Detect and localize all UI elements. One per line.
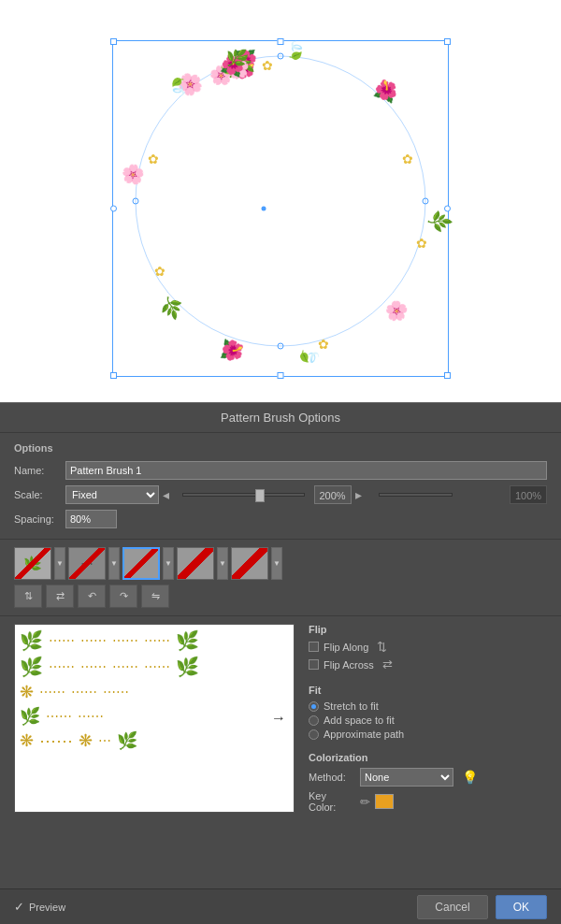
svg-text:🌿: 🌿 bbox=[157, 293, 186, 322]
key-color-label: Key Color: bbox=[309, 790, 355, 813]
wreath-container: 🌸 🍃 🌺 🌿 🌸 🍃 🌺 🌿 🌸 🍃 🌺 🌿 🌸 🍃 🌺 🌿 🌸 bbox=[103, 23, 458, 379]
approx-path-row: Approximate path bbox=[309, 729, 547, 740]
wreath-image: 🌸 🍃 🌺 🌿 🌸 🍃 🌺 🌿 🌸 🍃 🌺 🌿 🌸 🍃 🌺 🌿 🌸 bbox=[103, 23, 458, 379]
svg-text:🍃: 🍃 bbox=[299, 346, 320, 368]
cancel-button[interactable]: Cancel bbox=[417, 895, 487, 919]
tile-inner-corner[interactable] bbox=[177, 547, 214, 580]
brush-tiles-section: 🌿 ▼ ⋯ ▼ bbox=[0, 540, 561, 616]
scale-slider2-track[interactable] bbox=[379, 493, 453, 497]
add-space-label: Add space to fit bbox=[324, 715, 395, 726]
preview-checkmark: ✓ bbox=[14, 900, 24, 914]
colorization-title: Colorization bbox=[309, 752, 547, 763]
preview-check: ✓ Preview bbox=[14, 900, 65, 914]
rotate-ccw-icon[interactable]: ↷ bbox=[109, 585, 137, 608]
tile-side-tile[interactable]: 🌿 bbox=[14, 547, 51, 580]
tile4-dropdown[interactable]: ▼ bbox=[217, 547, 228, 580]
scale-pct-value: 200% bbox=[314, 485, 352, 504]
name-label: Name: bbox=[14, 465, 65, 476]
flip-v-icon[interactable]: ⇄ bbox=[46, 585, 74, 608]
preview-row-1: 🌿 ⋯⋯ ⋯⋯ ⋯⋯ ⋯⋯ 🌿 bbox=[20, 629, 289, 652]
scale-left-arrow-icon: ◂ bbox=[163, 487, 169, 502]
stretch-to-fit-label: Stretch to fit bbox=[324, 700, 379, 712]
svg-text:🌿: 🌿 bbox=[424, 207, 454, 237]
icon-tiles-row: ⇅ ⇄ ↶ ↷ ⇋ bbox=[14, 585, 547, 608]
svg-text:✿: ✿ bbox=[154, 264, 165, 279]
name-row: Name: bbox=[14, 461, 547, 480]
stretch-to-fit-row: Stretch to fit bbox=[309, 700, 547, 712]
flip-across-checkbox[interactable] bbox=[309, 659, 319, 670]
add-space-row: Add space to fit bbox=[309, 715, 547, 726]
flip-along-checkbox[interactable] bbox=[309, 642, 319, 652]
tile2-dropdown[interactable]: ▼ bbox=[108, 547, 120, 580]
method-select[interactable]: None Tints Tints and Shades Hue Shift bbox=[360, 768, 453, 787]
lightbulb-icon: 💡 bbox=[462, 770, 478, 785]
preview-row-2: 🌿 ⋯⋯ ⋯⋯ ⋯⋯ ⋯⋯ 🌿 bbox=[20, 656, 289, 678]
flip-across-icon: ⇄ bbox=[382, 657, 393, 671]
svg-text:✿: ✿ bbox=[262, 58, 273, 73]
method-label: Method: bbox=[309, 772, 355, 783]
colorization-section: Colorization Method: None Tints Tints an… bbox=[309, 752, 547, 813]
scale-slider2[interactable] bbox=[375, 493, 505, 497]
dialog-title: Pattern Brush Options bbox=[0, 403, 561, 433]
scale-slider[interactable] bbox=[179, 493, 309, 497]
method-row: Method: None Tints Tints and Shades Hue … bbox=[309, 768, 547, 787]
flip-h-icon[interactable]: ⇅ bbox=[14, 585, 42, 608]
svg-text:🌺: 🌺 bbox=[371, 76, 402, 106]
eyedropper-icon[interactable]: ✏ bbox=[360, 795, 370, 809]
fit-section-title: Fit bbox=[309, 685, 547, 696]
preview-arrow-icon: → bbox=[271, 710, 286, 727]
right-panel: Flip Flip Along ⇅ Flip Across ⇄ Fit bbox=[304, 616, 561, 820]
scale-slider-track[interactable] bbox=[182, 493, 305, 497]
flip-across-label: Flip Across bbox=[324, 659, 374, 671]
tile3-dropdown[interactable]: ▼ bbox=[163, 547, 174, 580]
dialog-body: Options Name: Scale: Fixed ◂ 200% bbox=[0, 433, 561, 820]
preview-row-4: 🌿 ⋯⋯ ⋯⋯ bbox=[20, 706, 289, 727]
tile-start-tile[interactable] bbox=[231, 547, 268, 580]
svg-text:✿: ✿ bbox=[318, 337, 329, 352]
flip-across-row: Flip Across ⇄ bbox=[309, 657, 547, 671]
fit-section: Fit Stretch to fit Add space to fit Appr… bbox=[309, 685, 547, 743]
stretch-to-fit-radio[interactable] bbox=[309, 701, 319, 712]
scale-label: Scale: bbox=[14, 489, 65, 500]
flip-section-title: Flip bbox=[309, 624, 547, 635]
svg-text:✿: ✿ bbox=[402, 152, 413, 166]
tile1-dropdown[interactable]: ▼ bbox=[54, 547, 65, 580]
preview-row-3: ❋ ⋯⋯ ⋯⋯ ⋯⋯ bbox=[20, 682, 289, 702]
svg-text:🍃: 🍃 bbox=[285, 40, 307, 61]
key-color-row: Key Color: ✏ bbox=[309, 790, 547, 813]
name-input[interactable] bbox=[65, 461, 547, 480]
svg-text:🌸: 🌸 bbox=[118, 159, 150, 190]
flip-along-icon: ⇅ bbox=[377, 640, 387, 654]
approx-path-radio[interactable] bbox=[309, 729, 319, 740]
scale-row: Scale: Fixed ◂ 200% ▸ 100% bbox=[14, 485, 547, 504]
pattern-brush-options-dialog: Pattern Brush Options Options Name: Scal… bbox=[0, 402, 561, 924]
svg-text:✿: ✿ bbox=[148, 152, 159, 166]
svg-text:🍃: 🍃 bbox=[165, 75, 190, 99]
ok-button[interactable]: OK bbox=[496, 895, 547, 919]
preview-row-5: ❋ ⋯⋯ ❋ ⋯ 🌿 bbox=[20, 730, 289, 751]
brush-preview-panel: 🌿 ⋯⋯ ⋯⋯ ⋯⋯ ⋯⋯ 🌿 🌿 ⋯⋯ ⋯⋯ ⋯⋯ ⋯⋯ 🌿 bbox=[14, 624, 295, 813]
brush-tiles-row: 🌿 ▼ ⋯ ▼ bbox=[14, 547, 547, 580]
tile5-dropdown[interactable]: ▼ bbox=[271, 547, 282, 580]
svg-text:🌿: 🌿 bbox=[224, 47, 248, 69]
bottom-bar: ✓ Preview Cancel OK bbox=[0, 888, 561, 924]
flip-along-row: Flip Along ⇅ bbox=[309, 640, 547, 654]
canvas-area: 🌸 🍃 🌺 🌿 🌸 🍃 🌺 🌿 🌸 🍃 🌺 🌿 🌸 🍃 🌺 🌿 🌸 bbox=[0, 0, 561, 402]
mirror-icon[interactable]: ⇋ bbox=[141, 585, 169, 608]
options-section-title: Options bbox=[14, 442, 547, 454]
approx-path-label: Approximate path bbox=[324, 729, 404, 740]
scale-right-arrow-icon: ▸ bbox=[355, 487, 362, 502]
tile-outer-corner[interactable] bbox=[122, 547, 160, 580]
spacing-input[interactable] bbox=[65, 510, 117, 528]
key-color-swatch[interactable] bbox=[375, 794, 394, 809]
svg-text:✿: ✿ bbox=[416, 236, 427, 251]
scale-pct2-value: 100% bbox=[510, 485, 547, 504]
svg-text:🌺: 🌺 bbox=[219, 337, 247, 365]
tile-corner-tile[interactable]: ⋯ bbox=[68, 547, 106, 580]
scale-slider-thumb[interactable] bbox=[255, 489, 265, 502]
add-space-radio[interactable] bbox=[309, 715, 319, 726]
scale-select[interactable]: Fixed bbox=[65, 485, 159, 504]
rotate-cw-icon[interactable]: ↶ bbox=[78, 585, 106, 608]
spacing-row: Spacing: bbox=[14, 510, 547, 528]
preview-label: Preview bbox=[29, 902, 65, 913]
